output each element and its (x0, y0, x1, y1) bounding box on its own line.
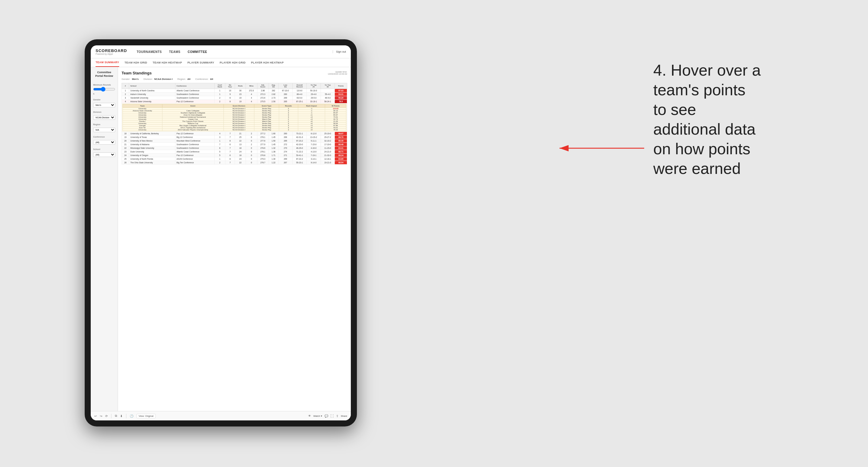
sidebar-division: Division NCAA Division I NCAA Division I… (93, 111, 115, 120)
cell-rnds: 13 (235, 143, 246, 146)
col-vs-top-25: Vs Top25 (307, 83, 321, 89)
table-row[interactable]: 25 University of North Florida ASUN Conf… (122, 157, 347, 161)
cell-low-sg: 269 (278, 96, 292, 100)
table-row[interactable]: 23 Duke University Atlantic Coast Confer… (122, 150, 347, 154)
cell-adj-score: 276.8 (257, 154, 269, 157)
cell-vs-top-25: 7-15-0 (307, 143, 321, 146)
nav-tournaments[interactable]: TOURNAMENTS (136, 49, 162, 55)
cell-no-tour: 8 (225, 157, 235, 161)
cell-rank: 26 (122, 161, 129, 164)
logo-sub: Powered by clippd (96, 53, 127, 55)
share-icon: ⇪ (336, 414, 338, 418)
undo-icon[interactable]: ↩ (94, 414, 97, 418)
table-row[interactable]: 26 The Ohio State University Big Ten Con… (122, 161, 347, 164)
comment-icon[interactable]: 💬 (324, 414, 328, 418)
tooltip-col-event-type: Event Type (254, 104, 279, 108)
cell-vs-top-50: 19-21-0 (320, 161, 335, 164)
conference-select[interactable]: (All) (93, 140, 115, 145)
cell-wins: 0 (246, 157, 257, 161)
cell-rank: 24 (122, 154, 129, 157)
cell-wins: 0 (246, 161, 257, 164)
cell-points[interactable]: 88.07 (335, 132, 347, 135)
cell-points[interactable]: 88.94 (335, 161, 347, 164)
cell-adj-score: 275.5 (257, 100, 269, 103)
tab-player-h2h-grid[interactable]: PLAYER H2H GRID (220, 59, 246, 66)
cell-conf-rank: 1 (214, 157, 225, 161)
view-label[interactable]: View: Original (136, 414, 155, 418)
cell-low-sg: 266 (278, 135, 292, 139)
tooltip-data-row: University Amer Ari Intercollegiate NCAA… (123, 114, 346, 116)
cell-points[interactable]: 83.41 (335, 146, 347, 150)
table-row[interactable]: 3 Vanderbilt University Southeastern Con… (122, 96, 347, 100)
table-row[interactable]: 2 Auburn University Southeastern Confere… (122, 93, 347, 96)
min-rounds-slider[interactable] (93, 87, 115, 92)
cell-points[interactable]: 88.70 (335, 135, 347, 139)
cell-rnds: 24 (235, 150, 246, 154)
fullscreen-icon[interactable]: ⛶ (331, 414, 334, 418)
tab-team-h2h-heatmap[interactable]: TEAM H2H HEATMAP (153, 59, 182, 66)
cell-points[interactable]: 88.34 (335, 154, 347, 157)
cell-avg-sg: 2.50 (269, 100, 278, 103)
col-vs-top-50: Vs Top50 (320, 83, 335, 89)
cell-points[interactable]: 78.5 (335, 100, 347, 103)
cell-conference: Pac-12 Conference (175, 100, 214, 103)
table-row[interactable]: 19 University of Texas Big 12 Conference… (122, 135, 347, 139)
cell-avg-sg: 1.22 (269, 161, 278, 164)
cell-points[interactable]: 88.71 (335, 150, 347, 154)
cell-points[interactable]: 83.89 (335, 157, 347, 161)
gender-select[interactable]: Men's Women's (93, 103, 115, 107)
cell-points[interactable]: 88.49 (335, 139, 347, 143)
cell-conference: Southeastern Conference (175, 143, 214, 146)
cell-rnds: 22 (235, 161, 246, 164)
tab-player-summary[interactable]: PLAYER SUMMARY (187, 59, 214, 66)
tab-player-h2h-heatmap[interactable]: PLAYER H2H HEATMAP (251, 59, 284, 66)
cell-points[interactable]: 90.20 (335, 96, 347, 100)
sign-out-button[interactable]: Sign out (333, 50, 346, 53)
nav-teams[interactable]: TEAMS (168, 49, 181, 55)
cell-vs-top-50: 25-19-0 (320, 132, 335, 135)
tooltip-data-row: University 2023 Salvador Players Champio… (123, 129, 346, 131)
watch-button[interactable]: Watch ▾ (313, 415, 322, 417)
cell-vs-top-25: 5-11-1 (307, 139, 321, 143)
nav-committee[interactable]: COMMITTEE (187, 49, 208, 55)
region-select[interactable]: N/A All (93, 128, 115, 132)
table-row[interactable]: 21 University of Alabama Southeastern Co… (122, 143, 347, 146)
school-select[interactable]: (All) (93, 152, 115, 157)
cell-avg-sg: 2.82 (269, 93, 278, 96)
cell-avg-sg: 2.73 (269, 96, 278, 100)
tooltip-data-row: Florida I The Cypress Point Classic NCAA… (123, 120, 346, 123)
sub-nav: TEAM SUMMARY TEAM H2H GRID TEAM H2H HEAT… (91, 58, 351, 67)
division-select[interactable]: NCAA Division I NCAA Division II NCAA Di… (93, 115, 115, 120)
cell-vs-top-25: 13-23-2 (307, 135, 321, 139)
tab-team-summary[interactable]: TEAM SUMMARY (96, 58, 119, 67)
min-rounds-label: Minimum Rounds (93, 84, 115, 86)
share-button[interactable]: Share (341, 415, 347, 417)
table-row[interactable]: 22 Mississippi State University Southeas… (122, 146, 347, 150)
cell-school: University of Texas (129, 135, 176, 139)
cell-adj-score: 272.6 (257, 96, 269, 100)
cell-points[interactable]: 97.03 (335, 89, 347, 93)
tab-team-h2h-grid[interactable]: TEAM H2H GRID (125, 59, 147, 66)
cell-school: University of Oregon (129, 154, 176, 157)
cell-avg-sg: 1.45 (269, 143, 278, 146)
table-row[interactable]: 20 University of New Mexico Mountain Wes… (122, 139, 347, 143)
standings-body: 1 University of North Carolina Atlantic … (122, 89, 347, 164)
copy-icon[interactable]: ⧉ (115, 414, 117, 418)
download-icon[interactable]: ⬇ (120, 414, 123, 418)
cell-points[interactable]: 88.48 (335, 143, 347, 146)
col-rank: # (122, 83, 129, 89)
school-label: School (93, 148, 115, 150)
cell-school: Duke University (129, 150, 176, 154)
table-row[interactable]: 1 University of North Carolina Atlantic … (122, 89, 347, 93)
table-row[interactable]: 4 Arizona State University Pac-12 Confer… (122, 100, 347, 103)
table-row[interactable]: 24 University of Oregon Pac-12 Conferenc… (122, 154, 347, 157)
cell-points[interactable]: 93.31 (335, 93, 347, 96)
cell-rnds: 30 (235, 89, 246, 93)
cell-adj-score: 279.3 (257, 157, 269, 161)
cell-vs-top-25: 29-4-0 (307, 93, 321, 96)
division-label: Division (93, 111, 115, 113)
redo-icon[interactable]: ↪ (100, 414, 102, 418)
table-row[interactable]: 18 University of California, Berkeley Pa… (122, 132, 347, 135)
cell-conf-rank: 3 (214, 135, 225, 139)
reset-icon[interactable]: ⟳ (105, 414, 108, 418)
